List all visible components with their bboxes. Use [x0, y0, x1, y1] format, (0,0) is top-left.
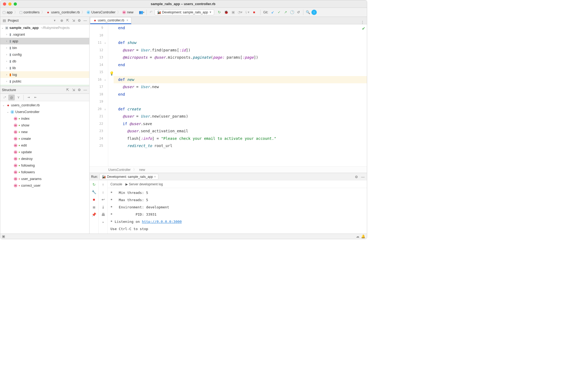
stop-icon[interactable]: ■ — [251, 9, 257, 15]
autoscroll-from-icon[interactable]: ⇤ — [32, 95, 39, 100]
chevron-right-icon[interactable]: › — [5, 40, 8, 43]
project-view-icon[interactable]: ▤ — [2, 18, 7, 23]
lightbulb-icon[interactable]: 💡 — [109, 70, 114, 77]
structure-method[interactable]: m●new — [0, 129, 89, 135]
notifications-icon[interactable]: 🔔 — [361, 234, 365, 238]
chevron-down-icon[interactable]: ⌄ — [1, 26, 4, 29]
expand-all-icon[interactable]: ⇱ — [65, 18, 70, 23]
project-item[interactable]: ›▮lib — [0, 65, 89, 71]
structure-class[interactable]: ⌄ c UsersController — [0, 108, 89, 115]
back-arrow-icon[interactable]: ↶ — [148, 9, 154, 15]
console-tab[interactable]: Console — [110, 182, 122, 186]
hide-panel-icon[interactable]: — — [83, 88, 88, 92]
structure-file[interactable]: ⌄ ◆ users_controller.rb — [0, 102, 89, 108]
gear-icon[interactable]: ⚙ — [77, 88, 82, 92]
project-item[interactable]: ›▮bin — [0, 44, 89, 51]
structure-tree[interactable]: ⌄ ◆ users_controller.rb ⌄ c UsersControl… — [0, 101, 89, 234]
coverage-icon[interactable]: ▣ — [230, 9, 236, 15]
run-config-selector[interactable]: 🚂 Development: sample_rails_app ▼ — [155, 9, 214, 15]
code-editor[interactable]: ✔ 91011⇣1213141516⇣17181920⇣2122232425 e… — [90, 24, 367, 166]
project-item[interactable]: ›▮.vagrant — [0, 31, 89, 38]
project-item[interactable]: ›▮log — [0, 71, 89, 78]
chevron-right-icon[interactable]: › — [5, 33, 8, 36]
down-arrow-icon[interactable]: ↓ — [100, 189, 106, 195]
editor-gutter[interactable]: 91011⇣1213141516⇣17181920⇣2122232425 — [90, 24, 108, 166]
breadcrumb-segment[interactable]: new — [127, 10, 133, 14]
gear-icon[interactable]: ⚙ — [354, 174, 359, 179]
chevron-right-icon[interactable]: › — [5, 80, 8, 83]
editor-tab[interactable]: ◆ users_controller.rb × — [90, 17, 131, 24]
more-icon[interactable]: » — [100, 219, 106, 225]
project-item[interactable]: ›▮config — [0, 51, 89, 58]
filter-icon[interactable]: Y — [15, 95, 22, 100]
stop-icon[interactable]: ■ — [91, 197, 97, 202]
server-log-tab[interactable]: ▶Server development log — [125, 182, 163, 186]
structure-method[interactable]: m●destroy — [0, 155, 89, 162]
search-icon[interactable]: 🔍 — [305, 9, 311, 15]
git-rollback-icon[interactable]: ↺ — [296, 9, 302, 15]
git-commit-icon[interactable]: ✓ — [276, 9, 282, 15]
more-icon[interactable]: ⋮ — [358, 20, 367, 24]
chevron-down-icon[interactable]: ⌄ — [6, 110, 9, 113]
at-icon[interactable]: @ — [8, 95, 15, 100]
git-pull-icon[interactable]: ↙ — [270, 9, 276, 15]
autoscroll-to-icon[interactable]: ⇥ — [25, 95, 32, 100]
hide-panel-icon[interactable]: — — [360, 174, 365, 179]
chevron-right-icon[interactable]: › — [5, 46, 8, 49]
wrench-icon[interactable]: 🔧 — [91, 189, 97, 195]
up-arrow-icon[interactable]: ↑ — [100, 182, 106, 187]
chevron-right-icon[interactable]: › — [5, 73, 8, 76]
chevron-right-icon[interactable]: › — [5, 53, 8, 56]
chevron-down-icon[interactable]: ▼ — [53, 19, 56, 22]
breadcrumb[interactable]: ▢ app 〉 ▢ controllers 〉 ◆ users_controll… — [1, 10, 135, 15]
collapse-all-icon[interactable]: ⇲ — [71, 88, 76, 92]
git-push-icon[interactable]: ↗ — [283, 9, 289, 15]
layout-icon[interactable]: ≣ — [91, 204, 97, 210]
gear-icon[interactable]: ⚙ — [77, 18, 82, 23]
structure-method[interactable]: m●index — [0, 115, 89, 122]
editor-breadcrumb[interactable]: UsersController 〉 new — [90, 166, 367, 173]
project-tree[interactable]: ⌄ ▣ sample_rails_app ~/RubymineProjects … — [0, 24, 89, 86]
structure-method[interactable]: m●create — [0, 135, 89, 142]
structure-method[interactable]: m●user_params — [0, 175, 89, 182]
structure-method[interactable]: m●edit — [0, 142, 89, 149]
sync-icon[interactable]: ↑ — [311, 10, 317, 15]
project-root[interactable]: ⌄ ▣ sample_rails_app ~/RubymineProjects — [0, 24, 89, 31]
maximize-window-icon[interactable] — [14, 2, 17, 6]
project-panel-header[interactable]: ▤ Project ▼ ⊕ ⇱ ⇲ ⚙ — — [0, 17, 89, 24]
target-icon[interactable]: ⊕ — [59, 18, 64, 23]
breadcrumb-segment[interactable]: UsersController — [91, 10, 116, 14]
breadcrumb-segment[interactable]: app — [7, 10, 13, 14]
structure-panel-header[interactable]: Structure ⇱ ⇲ ⚙ — — [0, 86, 89, 94]
console-output[interactable]: * Min threads: 5* Max threads: 5* Enviro… — [108, 188, 367, 234]
code-with-me-icon[interactable]: 👥▾ — [139, 9, 145, 15]
attach-icon[interactable]: ⤹▾ — [244, 9, 250, 15]
structure-method[interactable]: m●show — [0, 122, 89, 129]
collapse-all-icon[interactable]: ⇲ — [71, 18, 76, 23]
project-item[interactable]: ›▮db — [0, 58, 89, 65]
breadcrumb-segment[interactable]: controllers — [24, 10, 40, 14]
expand-all-icon[interactable]: ⇱ — [65, 88, 70, 92]
chevron-right-icon[interactable]: › — [5, 66, 8, 69]
minimize-window-icon[interactable] — [8, 2, 12, 6]
project-item[interactable]: ›▮public — [0, 78, 89, 85]
run-icon[interactable]: ↻ — [216, 9, 222, 15]
structure-method[interactable]: m●followers — [0, 169, 89, 175]
close-icon[interactable]: × — [126, 18, 128, 22]
scroll-end-icon[interactable]: ⤓ — [100, 204, 106, 210]
hide-panel-icon[interactable]: — — [83, 18, 88, 23]
profile-icon[interactable]: ◔▾ — [237, 9, 243, 15]
sort-alpha-icon[interactable]: ↓ᵃ — [1, 95, 8, 100]
run-tab[interactable]: 🚂 Development: sample_rails_app × — [99, 174, 158, 180]
structure-method[interactable]: m●following — [0, 162, 89, 169]
tool-window-icon[interactable]: ▣ — [2, 234, 5, 238]
cloud-icon[interactable]: ☁ — [356, 234, 359, 238]
debug-icon[interactable]: 🐞 — [223, 9, 229, 15]
structure-method[interactable]: m●update — [0, 149, 89, 155]
rerun-icon[interactable]: ↻ — [91, 182, 97, 187]
pin-icon[interactable]: 📌 — [91, 212, 97, 217]
print-icon[interactable]: 🖶 — [100, 212, 106, 217]
git-history-icon[interactable]: 🕐 — [289, 9, 295, 15]
close-icon[interactable]: × — [154, 175, 156, 179]
chevron-down-icon[interactable]: ⌄ — [2, 104, 5, 107]
